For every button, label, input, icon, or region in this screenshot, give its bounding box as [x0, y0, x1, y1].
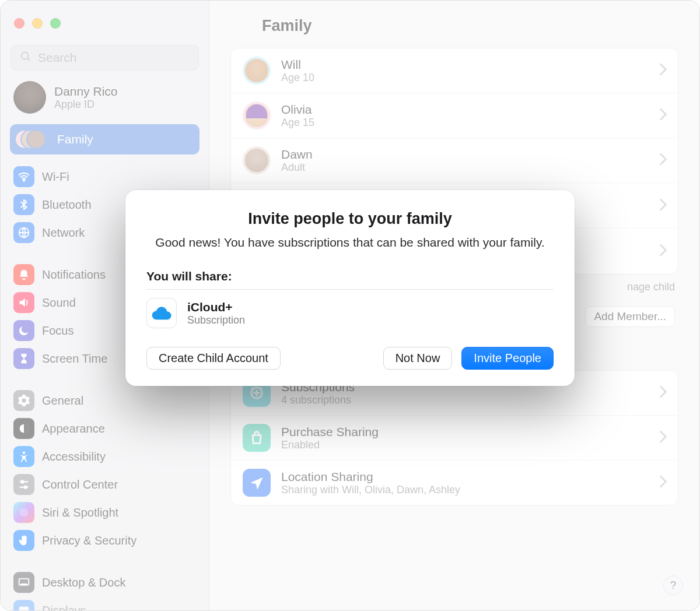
share-heading: You will share:: [146, 269, 554, 283]
modal-title: Invite people to your family: [146, 210, 554, 228]
share-item-name: iCloud+: [187, 300, 245, 314]
modal-overlay: Invite people to your family Good news! …: [1, 1, 699, 610]
share-item-sub: Subscription: [187, 314, 245, 326]
invite-people-button[interactable]: Invite People: [461, 347, 554, 370]
modal-lead: Good news! You have subscriptions that c…: [146, 234, 554, 251]
icloud-icon: [146, 298, 177, 328]
settings-window: Danny Rico Apple ID Family Wi-Fi Bluetoo…: [1, 1, 699, 610]
not-now-button[interactable]: Not Now: [383, 347, 453, 370]
invite-modal: Invite people to your family Good news! …: [125, 190, 575, 386]
share-item-row: iCloud+ Subscription: [146, 290, 554, 333]
create-child-account-button[interactable]: Create Child Account: [146, 347, 281, 370]
